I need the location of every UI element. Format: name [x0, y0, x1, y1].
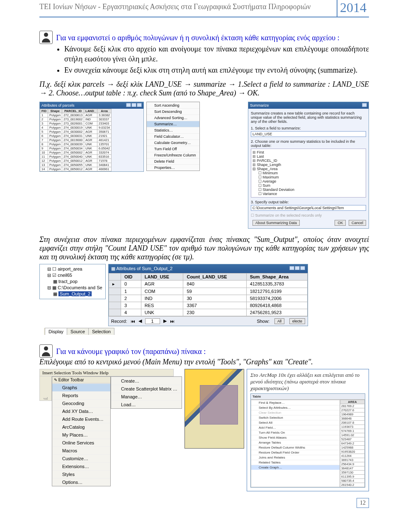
person-icon [39, 31, 53, 44]
graph-para: Επιλέγουμε από το κεντρικό μενού (Main M… [39, 358, 369, 366]
menu-item[interactable]: Delete Field [147, 158, 199, 164]
submenu-scatter[interactable]: Create Scatterplot Matrix … [111, 385, 182, 393]
graph-lead: Για να κάνουμε γραφικό τον (παραπάνω) πί… [39, 343, 369, 356]
menu-item[interactable]: Field Calculator… [147, 133, 199, 139]
menu-item[interactable]: Statistics… [147, 127, 199, 133]
output-path-input[interactable]: C:\Documents and Settings\George\Local S… [251, 205, 366, 211]
submenu-create[interactable]: Create… [111, 377, 182, 385]
menu-reports[interactable]: Reports [52, 391, 110, 399]
nav-first-icon[interactable]: ⏮ [131, 319, 135, 324]
menu-geocoding[interactable]: Geocoding [52, 399, 110, 407]
show-selected-button[interactable]: electe [289, 318, 305, 324]
tab-display[interactable]: Display [45, 328, 67, 335]
nav-next-icon[interactable]: ▶ [163, 318, 167, 324]
record-number-input[interactable]: 1 [145, 318, 160, 324]
show-label: Show: [257, 319, 269, 324]
graph-lead-text: Για να κάνουμε γραφικό τον (παραπάνω) πί… [56, 347, 206, 356]
mini-title: Table [251, 394, 365, 400]
cancel-button[interactable]: Cancel [349, 220, 366, 226]
dialog-title: Summarize [250, 103, 269, 107]
toc-selected[interactable]: Sum_Output_2 [58, 291, 92, 296]
area-column: AREA 281769.2 270227.6 1964989 368648 20… [340, 400, 365, 487]
window-buttons[interactable] [289, 266, 305, 271]
toc-pane[interactable]: ⊟ ☐ airport_area ⊟ ☑ cneil65 ▦ tract_pop… [39, 264, 106, 299]
menu-item[interactable]: Sort Ascending [147, 102, 199, 108]
svg-point-0 [44, 33, 48, 37]
table-options-menu[interactable]: Find & Replace… Select By Attributes… Cl… [251, 400, 340, 487]
menu-item[interactable]: Calculate Geometry… [147, 139, 199, 146]
menu-extensions[interactable]: Extensions… [52, 462, 110, 470]
menu-options[interactable]: Options… [52, 478, 110, 486]
menu-item[interactable]: Find & Replace… [251, 400, 340, 405]
header-title: ΤΕΙ Ιονίων Νήσων - Εργαστηριακές Ασκήσει… [39, 0, 332, 13]
page-header: ΤΕΙ Ιονίων Νήσων - Εργαστηριακές Ασκήσει… [39, 0, 369, 17]
bullet-item: Κάνουμε δεξί κλικ στο αρχείο και ανοίγου… [64, 44, 369, 64]
menu-item[interactable]: Sort Descending [147, 108, 199, 115]
record-label: Record: [111, 319, 127, 324]
menu-item-summarize[interactable]: Summarize… [147, 121, 199, 127]
nav-prev-icon[interactable]: ◀ [138, 318, 142, 324]
step2-label: 2. Choose one or more summary statistics… [251, 139, 366, 148]
menu-customize[interactable]: Customize… [52, 454, 110, 462]
stats-tree[interactable]: First Last PARCEL_ID Shape_Length ⊟ Shap… [251, 149, 366, 198]
menu-item[interactable]: Select By Attributes… [251, 405, 340, 410]
menu-item[interactable]: Advanced Sorting… [147, 115, 199, 121]
menu-item[interactable]: Turn All Fields On [251, 430, 340, 435]
note-text: Στο ArcMap 10x έχει αλλάξει και επιλέγετ… [250, 372, 359, 391]
dialog-description: Summarize creates a new table containing… [251, 111, 366, 124]
menu-macros[interactable]: Macros [52, 447, 110, 454]
summarize-field-select[interactable]: LAND_USE [251, 131, 366, 137]
show-all-button[interactable]: All [274, 318, 284, 324]
selected-only-checkbox[interactable]: Summarize on the selected records only [251, 213, 366, 217]
intro-bullets: Κάνουμε δεξί κλικ στο αρχείο και ανοίγου… [39, 44, 369, 75]
menu-item[interactable]: Restore Default Column Widths [251, 445, 340, 450]
step3-label: 3. Specify output table: [251, 200, 366, 204]
nav-last-icon[interactable]: ⏭ [170, 319, 175, 324]
menu-item[interactable]: Restore Default Field Order [251, 450, 340, 455]
menu-styles[interactable]: Styles [52, 470, 110, 478]
submenu-load[interactable]: Load… [111, 400, 182, 408]
submenu-manage[interactable]: Manage… [111, 393, 182, 400]
field-context-menu[interactable]: Sort Ascending Sort Descending Advanced … [146, 102, 200, 171]
menu-item[interactable]: Joins and Relates [251, 455, 340, 460]
menu-addroute[interactable]: Add Route Events… [52, 415, 110, 423]
menu-myplaces[interactable]: My Places… [52, 431, 110, 439]
about-button[interactable]: About Summarizing Data [252, 220, 300, 226]
menu-item[interactable]: Turn Field Off [147, 146, 199, 152]
arcmap10-note: Στο ArcMap 10x έχει αλλάξει και επιλέγετ… [247, 369, 369, 491]
page-number-wrap: 12 [39, 498, 369, 508]
dialog-titlebar: Summarize [248, 102, 369, 109]
ok-button[interactable]: OK [335, 220, 346, 226]
figure-row-3: Insert Selection Tools Window Help val ✎… [39, 369, 369, 491]
figure-row-2: ⊟ ☐ airport_area ⊟ ☑ cneil65 ▦ tract_pop… [39, 264, 369, 326]
attrib-tabs[interactable]: Display Source Selection [44, 328, 114, 335]
menu-addxy[interactable]: Add XY Data… [52, 407, 110, 415]
window-buttons[interactable] [126, 103, 142, 108]
lead-text: Για να εμφανιστεί ο αριθμός πολυγώνων ή … [56, 34, 340, 42]
menu-item[interactable]: Select All [251, 420, 340, 425]
tools-menu[interactable]: ✎ Editor Toolbar Graphs Reports Geocodin… [52, 376, 111, 486]
menu-create-graph[interactable]: Create Graph… [251, 465, 340, 470]
close-icon[interactable] [362, 103, 367, 108]
menu-item[interactable]: Related Tables [251, 460, 340, 465]
menu-graphs[interactable]: Graphs [52, 383, 110, 391]
menu-arccatalog[interactable]: ArcCatalog [52, 423, 110, 431]
vertical-toolbar: val [39, 376, 52, 401]
map-thumbnail [184, 369, 244, 449]
person-icon [39, 344, 53, 358]
tab-source[interactable]: Source [67, 328, 89, 335]
menu-item[interactable]: Freeze/Unfreeze Column [147, 152, 199, 158]
graphs-submenu[interactable]: Create… Create Scatterplot Matrix … Mana… [111, 376, 182, 409]
window-titlebar: Attributes of parcels [40, 102, 143, 109]
menu-online[interactable]: Online Services [52, 439, 110, 447]
bullet-item: Εν συνεχεία κάνουμε δεξί κλικ στη στηλη … [64, 65, 369, 75]
parcels-table: FIDShape PARCEL_IDLAND_ Area 1Polygon272… [40, 109, 112, 171]
menu-item[interactable]: Arrange Tables [251, 440, 340, 445]
window-title: Attributes of Sum_Output_2 [116, 266, 172, 271]
menu-item[interactable]: Add Field… [251, 425, 340, 430]
menu-item[interactable]: Properties… [147, 164, 199, 171]
menu-item[interactable]: Switch Selection [251, 415, 340, 420]
tab-selection[interactable]: Selection [88, 328, 114, 335]
main-menu-bar[interactable]: Insert Selection Tools Window Help [39, 369, 174, 376]
menu-item[interactable]: Show Field Aliases [251, 435, 340, 440]
